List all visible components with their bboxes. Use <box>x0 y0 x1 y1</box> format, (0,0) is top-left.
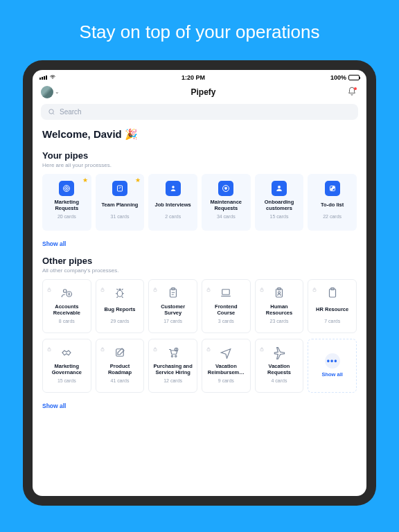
pipe-card[interactable]: Purchasing and Service Hiring 12 cards <box>148 339 197 393</box>
pipe-card[interactable]: Job Interviews 2 cards <box>148 174 197 231</box>
pipe-count: 15 cards <box>57 378 76 383</box>
battery-icon <box>348 75 360 80</box>
lock-icon <box>46 283 52 295</box>
pipe-card[interactable]: ★ Marketing Requests 20 cards <box>42 174 91 231</box>
battery-percent: 100% <box>330 74 346 81</box>
star-icon: ★ <box>135 177 141 184</box>
svg-point-31 <box>171 355 172 357</box>
lock-icon <box>46 342 52 355</box>
nav-bar: ⌄ Pipefy <box>33 83 366 103</box>
pipe-card[interactable]: ★ Team Planning 31 cards <box>96 174 145 231</box>
user-icon <box>272 181 287 196</box>
app-title: Pipefy <box>190 87 215 97</box>
compose-icon <box>112 345 127 360</box>
pipe-title: Vacation Requests <box>258 363 301 375</box>
your-pipes-show-all[interactable]: Show all <box>42 240 66 247</box>
other-pipes-show-all[interactable]: Show all <box>42 402 66 409</box>
pipe-title: Team Planning <box>100 199 140 211</box>
your-pipes-title: Your pipes <box>42 150 357 161</box>
pipe-count: 9 cards <box>218 378 234 383</box>
pipe-card[interactable]: Frontend Course 3 cards <box>202 279 251 333</box>
pipe-card[interactable]: HR Resource 7 cards <box>308 279 357 333</box>
svg-point-23 <box>278 291 280 293</box>
lock-icon <box>206 283 211 295</box>
pipe-card[interactable]: Product Roadmap 41 cards <box>96 339 145 393</box>
pipe-count: 15 cards <box>270 214 289 219</box>
status-bar: 1:20 PM 100% <box>33 70 366 83</box>
pipe-card[interactable]: To-do list 22 cards <box>308 174 357 231</box>
pipe-count: 12 cards <box>163 378 182 383</box>
pipe-title: To-do list <box>319 199 345 211</box>
pipe-title: Marketing Requests <box>45 199 89 211</box>
pipe-title: Bug Reports <box>103 303 136 316</box>
more-icon: ••• <box>325 353 340 369</box>
handshake-icon <box>59 345 74 360</box>
money-user-icon <box>59 285 74 301</box>
search-input[interactable]: Search <box>41 104 358 120</box>
plug-icon <box>218 181 233 196</box>
pipe-card[interactable]: Human Resources 23 cards <box>255 279 304 333</box>
laptop-icon <box>218 285 233 301</box>
svg-point-4 <box>66 188 68 189</box>
svg-rect-18 <box>207 289 210 291</box>
notifications-button[interactable] <box>347 87 358 98</box>
cell-signal-icon <box>39 76 47 80</box>
lock-icon <box>100 283 105 295</box>
pipe-count: 8 cards <box>59 319 75 323</box>
cart-money-icon <box>166 345 181 360</box>
svg-rect-35 <box>260 348 263 351</box>
pipe-title: Vacation Reimbursem… <box>205 363 247 375</box>
svg-point-11 <box>64 289 67 292</box>
pipe-title: Human Resources <box>258 303 301 316</box>
lock-icon <box>259 342 265 355</box>
your-pipes-row: ★ Marketing Requests 20 cards ★ Team Pla… <box>42 174 357 231</box>
tablet-frame: 1:20 PM 100% ⌄ Pipefy Search Welcome, Da… <box>23 60 376 506</box>
person-icon <box>166 181 181 196</box>
pipe-title: HR Resource <box>314 303 350 316</box>
pipe-count: 22 cards <box>323 214 342 219</box>
show-all-card[interactable]: ••• Show all <box>308 339 357 393</box>
clipboard-icon <box>325 285 340 301</box>
profile-menu[interactable]: ⌄ <box>41 86 60 98</box>
lock-icon <box>152 342 158 355</box>
pipe-card[interactable]: Bug Reports 29 cards <box>96 279 145 333</box>
wifi-icon <box>49 73 56 82</box>
pipe-card[interactable]: Onboarding customers 15 cards <box>255 174 304 231</box>
plane-icon <box>218 345 233 360</box>
svg-rect-20 <box>260 289 263 291</box>
lock-icon <box>206 342 211 355</box>
pipe-count: 34 cards <box>217 214 236 219</box>
other-pipes-row-2: Marketing Governance 15 cards Product Ro… <box>42 339 357 393</box>
chevron-down-icon: ⌄ <box>55 89 60 95</box>
pipe-card[interactable]: Marketing Governance 15 cards <box>42 339 91 393</box>
airplane-icon <box>272 345 287 360</box>
pipe-card[interactable]: Vacation Requests 4 cards <box>255 339 304 393</box>
board-icon <box>112 181 127 196</box>
other-pipes-row-1: Accounts Receivable 8 cards Bug Reports … <box>42 279 357 333</box>
other-pipes-subtitle: All other company's processes. <box>42 267 357 274</box>
status-time: 1:20 PM <box>181 74 205 81</box>
pipe-count: 20 cards <box>57 214 76 219</box>
svg-rect-28 <box>101 348 104 351</box>
svg-point-14 <box>117 290 123 296</box>
svg-point-8 <box>278 186 281 188</box>
pipe-card[interactable]: Accounts Receivable 8 cards <box>42 279 91 333</box>
svg-rect-34 <box>207 348 210 351</box>
pipe-title: Marketing Governance <box>46 363 88 375</box>
pipe-card[interactable]: Vacation Reimbursem… 9 cards <box>202 339 251 393</box>
svg-rect-27 <box>48 348 51 351</box>
pipe-count: 41 cards <box>111 378 130 383</box>
pipe-card[interactable]: Customer Survey 17 cards <box>148 279 197 333</box>
pipe-card[interactable]: Maintenance Requests 34 cards <box>202 174 251 231</box>
svg-point-0 <box>53 78 53 79</box>
lock-icon <box>100 342 105 355</box>
svg-rect-19 <box>222 289 230 294</box>
target-icon <box>59 181 74 196</box>
search-placeholder: Search <box>60 108 82 116</box>
other-pipes-title: Other pipes <box>42 256 357 266</box>
pipe-count: 29 cards <box>111 319 130 323</box>
svg-rect-30 <box>154 348 157 351</box>
pipe-title: Product Roadmap <box>99 363 141 375</box>
svg-rect-15 <box>154 289 157 291</box>
svg-rect-13 <box>101 289 104 291</box>
